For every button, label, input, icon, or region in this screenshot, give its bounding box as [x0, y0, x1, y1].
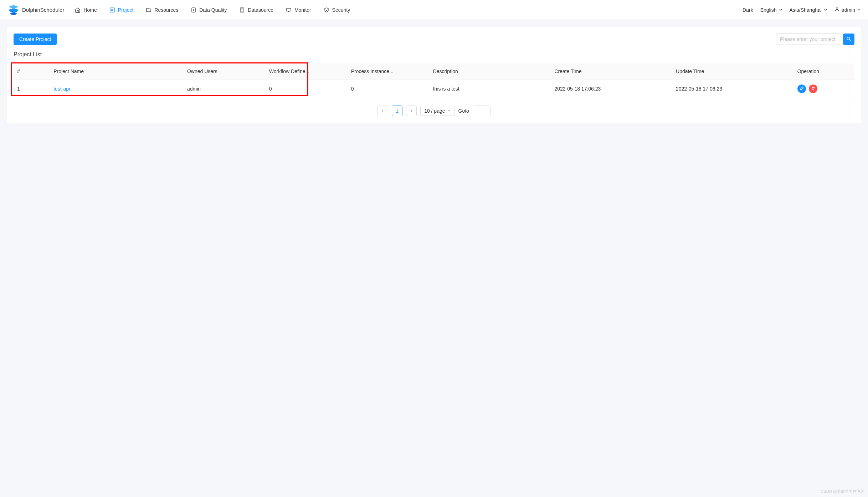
nav-label: Resources — [154, 7, 178, 13]
user-icon — [834, 7, 839, 13]
search-input[interactable] — [776, 34, 840, 45]
create-project-button[interactable]: Create Project — [14, 34, 57, 45]
cell-owned-users: admin — [184, 80, 266, 98]
goto-label: Goto — [458, 108, 469, 114]
cell-index: 1 — [14, 80, 50, 98]
svg-point-5 — [847, 37, 850, 40]
nav-project[interactable]: Project — [109, 7, 134, 13]
nav-label: Security — [332, 7, 350, 13]
nav-resources[interactable]: Resources — [146, 7, 178, 13]
cell-process-instance: 0 — [348, 80, 430, 98]
nav-label: Monitor — [294, 7, 311, 13]
folder-icon — [146, 7, 151, 13]
chevron-down-icon — [447, 108, 451, 114]
svg-point-4 — [836, 8, 838, 10]
toolbar: Create Project — [14, 34, 854, 45]
trash-icon — [811, 86, 815, 92]
page-number-button[interactable]: 1 — [392, 106, 402, 116]
goto-input[interactable] — [473, 106, 491, 116]
section-title: Project List — [14, 51, 854, 58]
cell-update-time: 2022-05-18 17:06:23 — [672, 80, 794, 98]
col-operation: Operation — [794, 63, 854, 80]
dolphin-logo-icon — [7, 4, 20, 16]
pagination: 1 10 / page Goto — [14, 106, 854, 116]
page-size-dropdown[interactable]: 10 / page — [420, 106, 454, 116]
document-icon — [191, 7, 196, 13]
header-right: Dark English Asia/Shanghai admin — [743, 7, 861, 13]
nav-label: Home — [83, 7, 97, 13]
page-next-button[interactable] — [406, 106, 417, 116]
theme-toggle[interactable]: Dark — [743, 7, 753, 13]
project-link[interactable]: test-api — [53, 86, 70, 92]
chevron-down-icon — [857, 7, 861, 13]
nav-monitor[interactable]: Monitor — [286, 7, 311, 13]
col-description: Description — [430, 63, 551, 80]
cell-workflow-define: 0 — [266, 80, 348, 98]
nav-data-quality[interactable]: Data Quality — [191, 7, 227, 13]
nav-datasource[interactable]: Datasource — [239, 7, 273, 13]
table-header-row: # Project Name Owned Users Workflow Defi… — [14, 63, 854, 80]
search-icon — [846, 36, 851, 42]
chevron-down-icon — [824, 7, 827, 13]
chevron-down-icon — [779, 7, 782, 13]
timezone-dropdown[interactable]: Asia/Shanghai — [790, 7, 827, 13]
nav-label: Datasource — [248, 7, 273, 13]
cell-operation — [794, 80, 854, 98]
svg-rect-3 — [287, 8, 291, 11]
cell-project-name: test-api — [50, 80, 184, 98]
col-owned-users: Owned Users — [184, 63, 266, 80]
chevron-right-icon — [410, 108, 413, 114]
edit-button[interactable] — [797, 84, 806, 93]
cell-description: this is a test — [430, 80, 551, 98]
language-dropdown[interactable]: English — [760, 7, 782, 13]
col-create-time: Create Time — [551, 63, 672, 80]
shield-icon — [324, 7, 329, 13]
nav-label: Data Quality — [199, 7, 227, 13]
user-dropdown[interactable]: admin — [834, 7, 861, 13]
theme-label: Dark — [743, 7, 753, 13]
col-process-instance: Process Instance... — [348, 63, 430, 80]
page-size-label: 10 / page — [424, 108, 445, 114]
nav-label: Project — [118, 7, 134, 13]
project-card: Create Project Project List # Project Na… — [7, 27, 861, 123]
nav-home[interactable]: Home — [75, 7, 97, 13]
project-icon — [109, 7, 115, 13]
brand-logo[interactable]: DolphinScheduler — [7, 4, 64, 16]
home-icon — [75, 7, 81, 13]
edit-icon — [800, 86, 804, 92]
timezone-label: Asia/Shanghai — [790, 7, 822, 13]
project-table: # Project Name Owned Users Workflow Defi… — [14, 63, 854, 98]
search-group — [776, 34, 854, 45]
col-project-name: Project Name — [50, 63, 184, 80]
username-label: admin — [842, 7, 855, 13]
svg-rect-0 — [110, 8, 114, 12]
table-row: 1 test-api admin 0 0 this is a test 2022… — [14, 80, 854, 98]
monitor-icon — [286, 7, 292, 13]
page-prev-button[interactable] — [377, 106, 388, 116]
nav-security[interactable]: Security — [324, 7, 350, 13]
language-label: English — [760, 7, 777, 13]
col-update-time: Update Time — [672, 63, 794, 80]
table-wrap: # Project Name Owned Users Workflow Defi… — [14, 63, 854, 98]
brand-name: DolphinScheduler — [22, 7, 64, 13]
main-content: Create Project Project List # Project Na… — [0, 20, 868, 130]
chevron-left-icon — [381, 108, 385, 114]
main-nav: Home Project Resources Data Quality Data… — [75, 7, 743, 13]
col-workflow-define: Workflow Define... — [266, 63, 348, 80]
svg-rect-1 — [192, 8, 195, 12]
search-button[interactable] — [843, 34, 854, 45]
delete-button[interactable] — [809, 84, 817, 93]
database-icon — [239, 7, 245, 13]
top-header: DolphinScheduler Home Project Resources … — [0, 0, 868, 20]
col-index: # — [14, 63, 50, 80]
cell-create-time: 2022-05-18 17:06:23 — [551, 80, 672, 98]
